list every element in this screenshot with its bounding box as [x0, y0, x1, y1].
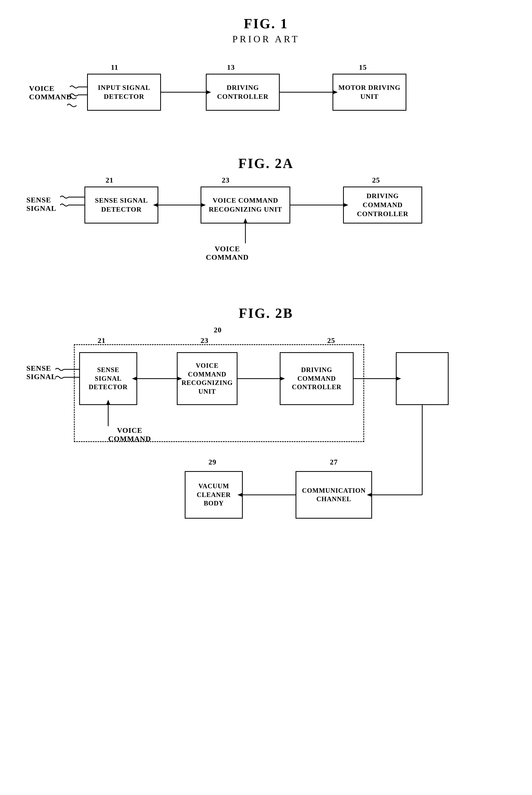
fig2a-title: FIG. 2A — [21, 156, 511, 171]
svg-marker-5 — [332, 90, 338, 94]
fig1-subtitle: PRIOR ART — [21, 34, 511, 44]
svg-marker-30 — [238, 493, 243, 497]
svg-marker-19 — [132, 377, 137, 381]
fig1-arrows — [21, 60, 443, 134]
fig2a-arrows — [21, 173, 470, 284]
svg-marker-25 — [396, 377, 401, 381]
fig2b-section: FIG. 2B 20 21 23 25 29 27 SENSE SIGNAL S… — [21, 305, 511, 535]
fig1-title: FIG. 1 — [21, 16, 511, 32]
fig2a-diagram: 21 23 25 SENSE SIGNAL SENSE SIGNALDETECT… — [21, 173, 511, 284]
fig1-diagram: 11 13 15 VOICE COMMAND INPUT SIGNALDETEC… — [21, 60, 511, 134]
svg-marker-12 — [243, 218, 248, 223]
fig2a-section: FIG. 2A 21 23 25 SENSE SIGNAL SENSE SIGN… — [21, 156, 511, 284]
fig2b-title: FIG. 2B — [21, 305, 511, 321]
fig2b-arrows — [21, 323, 470, 535]
svg-marker-10 — [153, 203, 158, 207]
fig1-section: FIG. 1 PRIOR ART 11 13 15 VOICE COMMAND … — [21, 16, 511, 134]
fig2b-diagram: 20 21 23 25 29 27 SENSE SIGNAL SENSESIGN… — [21, 323, 511, 535]
svg-marker-3 — [206, 90, 211, 94]
svg-marker-28 — [367, 493, 372, 497]
svg-marker-18 — [177, 377, 182, 381]
svg-marker-14 — [343, 203, 348, 207]
svg-marker-9 — [201, 203, 206, 207]
svg-marker-21 — [106, 400, 110, 405]
page: FIG. 1 PRIOR ART 11 13 15 VOICE COMMAND … — [0, 0, 532, 572]
svg-marker-23 — [280, 377, 285, 381]
